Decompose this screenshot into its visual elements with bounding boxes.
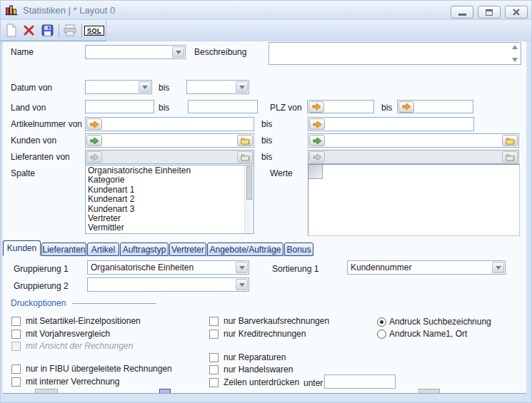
triangle-down-icon[interactable] [512, 58, 518, 62]
close-button[interactable] [505, 6, 528, 19]
chevron-down-icon[interactable] [172, 46, 184, 58]
checkbox-nur-kreditrechnungen[interactable]: nur Kreditrechnungen [209, 329, 306, 339]
tab-artikel[interactable]: Artikel [87, 243, 119, 256]
artikelnummer-von-input[interactable] [103, 118, 254, 131]
artikelnummer-von-field[interactable] [85, 117, 254, 131]
radio-circle [377, 330, 386, 339]
plz-von-goto-button[interactable] [308, 101, 324, 113]
tab-vertreter[interactable]: Vertreter [169, 243, 206, 256]
artikelnummer-bis-input[interactable] [326, 118, 473, 131]
tab-auftragstyp[interactable]: Auftragstyp [120, 243, 169, 256]
checkbox-mit-vorjahresvergleich[interactable]: mit Vorjahresvergleich [11, 329, 110, 339]
checkbox-nur-in-fibu-uebergeleitete-rechnungen[interactable]: nur in FIBU übergeleitete Rechnungen [11, 364, 172, 374]
toolbar-separator [81, 24, 82, 37]
scrollbar-thumb[interactable] [246, 166, 252, 200]
checkbox-box [11, 377, 21, 387]
plz-von-input[interactable] [325, 101, 373, 113]
checkbox-nur-handelswaren[interactable]: nur Handelswaren [209, 364, 293, 374]
checkbox-nur-reparaturen[interactable]: nur Reparaturen [209, 352, 286, 362]
folder-icon [241, 136, 250, 145]
list-item[interactable]: Vertreter [88, 214, 244, 223]
new-layout-button[interactable] [3, 21, 19, 39]
datum-bis-picker[interactable] [186, 80, 249, 94]
maximize-button[interactable] [478, 6, 501, 19]
list-item[interactable]: Organisatorische Einheiten [88, 166, 244, 175]
beschreibung-textarea[interactable] [268, 42, 521, 65]
checkbox-nur-barverkaufsrechnungen[interactable]: nur Barverkaufsrechnungen [209, 316, 329, 326]
plz-bis-goto-button[interactable] [398, 101, 414, 113]
gruppierung1-combobox[interactable]: Organisatorische Einheiten [87, 260, 249, 275]
datum-bis-input[interactable] [187, 81, 235, 93]
close-icon [513, 9, 520, 16]
plz-von-field[interactable] [307, 100, 374, 113]
checkbox-mit-setartikel-einzelpositionen[interactable]: mit Setartikel-Einzelpositionen [11, 316, 141, 326]
land-bis-input[interactable] [189, 101, 257, 113]
save-layout-button[interactable] [39, 21, 56, 39]
list-item[interactable]: Kundenart 1 [88, 185, 244, 195]
kunden-von-input[interactable] [103, 134, 236, 147]
triangle-up-icon[interactable] [512, 45, 518, 49]
unter-input[interactable] [325, 375, 395, 388]
werte-grid[interactable] [308, 164, 520, 236]
checkbox-mit-interner-verrechnung[interactable]: mit interner Verrechnung [11, 377, 119, 387]
tab-kunden[interactable]: Kunden [3, 240, 41, 256]
land-bis-field[interactable] [188, 100, 258, 113]
kunden-bis-folder-button[interactable] [502, 135, 518, 146]
checkbox-box [11, 317, 21, 326]
kunden-von-field[interactable] [85, 133, 254, 148]
radio-andruck-suchbezeichnung[interactable]: Andruck Suchbezeichnung [377, 317, 491, 327]
unter-field[interactable] [324, 374, 396, 389]
chevron-down-icon[interactable] [236, 279, 248, 290]
kunden-von-goto-button[interactable] [86, 135, 102, 146]
spalte-scrollbar[interactable] [244, 165, 254, 233]
datum-von-picker[interactable] [85, 80, 152, 94]
gruppierung1-label: Gruppierung 1 [14, 264, 69, 274]
plz-bis-field[interactable] [397, 100, 473, 113]
gruppierung1-value: Organisatorische Einheiten [88, 262, 235, 272]
werte-grid-corner-cell[interactable] [308, 165, 323, 179]
list-item[interactable]: Kategorie [88, 175, 244, 185]
delete-layout-button[interactable] [21, 21, 37, 39]
folder-icon [506, 153, 515, 161]
sortierung1-combobox[interactable]: Kundennummer [347, 260, 506, 275]
minimize-button[interactable] [451, 6, 473, 19]
print-button[interactable] [62, 21, 79, 39]
kunden-von-folder-button[interactable] [237, 135, 253, 146]
list-item[interactable]: Kundenart 3 [88, 205, 244, 214]
titlebar[interactable]: Statistiken | * Layout 0 [1, 1, 531, 20]
chevron-down-icon[interactable] [236, 262, 248, 273]
name-input[interactable] [86, 46, 171, 58]
kunden-bis-label: bis [261, 136, 272, 146]
datum-von-input[interactable] [86, 81, 138, 93]
list-item[interactable]: Kundenart 2 [88, 195, 244, 204]
chevron-down-icon[interactable] [139, 81, 151, 93]
beschreibung-scrollbar[interactable] [509, 43, 521, 64]
land-von-input[interactable] [86, 101, 154, 113]
gruppierung2-combobox[interactable] [87, 277, 249, 292]
plz-bis-input[interactable] [415, 101, 473, 113]
window-frame-bottom [1, 394, 531, 402]
kunden-bis-goto-button[interactable] [309, 135, 325, 146]
checkbox-box [209, 378, 219, 387]
artikelnummer-bis-field[interactable] [308, 117, 474, 131]
plz-bis-label: bis [381, 103, 392, 113]
tab-bonus[interactable]: Bonus [284, 243, 313, 256]
tab-lieferanten[interactable]: Lieferanten [41, 243, 86, 256]
artikelnummer-von-goto-button[interactable] [86, 118, 102, 130]
checkbox-zeilen-unterdruecken[interactable]: Zeilen unterdrücken [209, 377, 299, 387]
kunden-bis-field[interactable] [308, 133, 519, 148]
tab-angebote-auftraege[interactable]: Angebote/Aufträge [207, 243, 283, 256]
artikelnummer-bis-goto-button[interactable] [309, 118, 325, 130]
sql-button[interactable]: SQL [85, 21, 104, 39]
kunden-bis-input[interactable] [326, 134, 501, 147]
chevron-down-icon[interactable] [492, 262, 504, 273]
spalte-listbox[interactable]: Organisatorische EinheitenKategorieKunde… [85, 165, 254, 234]
checkbox-box [209, 365, 219, 374]
gray-arrow-icon [90, 153, 99, 161]
name-combobox[interactable] [85, 45, 186, 59]
land-von-field[interactable] [85, 100, 154, 113]
werte-label: Werte [270, 168, 293, 178]
radio-andruck-name1-ort[interactable]: Andruck Name1, Ort [377, 329, 467, 339]
list-item[interactable]: Vermittler [88, 223, 244, 233]
chevron-down-icon[interactable] [236, 81, 248, 93]
